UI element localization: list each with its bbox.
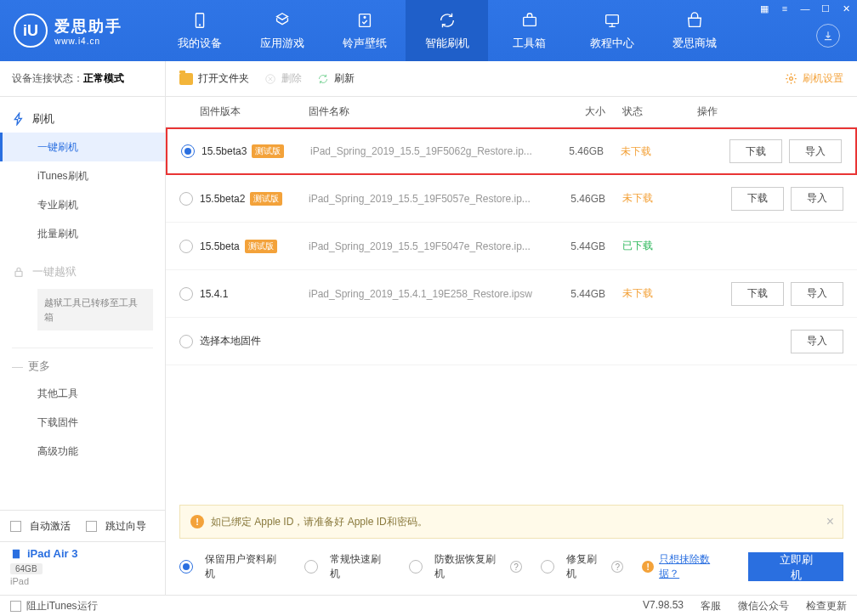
open-folder-button[interactable]: 打开文件夹 (179, 71, 249, 86)
device-icon (190, 10, 210, 31)
help-icon[interactable]: ? (611, 561, 623, 573)
svg-rect-5 (605, 15, 618, 24)
import-button[interactable]: 导入 (791, 282, 843, 306)
download-button[interactable]: 下载 (729, 139, 782, 163)
flash-option[interactable]: 修复刷机? (541, 552, 623, 581)
firmware-status: 已下载 (622, 239, 690, 253)
help-icon[interactable]: ? (510, 561, 522, 573)
import-button[interactable]: 导入 (789, 139, 842, 163)
sidebar-item[interactable]: 批量刷机 (0, 219, 165, 248)
lock-icon (12, 265, 26, 279)
firmware-row[interactable]: 15.5beta测试版 iPad_Spring_2019_15.5_19F504… (166, 223, 857, 270)
block-itunes-checkbox[interactable] (10, 601, 21, 612)
import-button[interactable]: 导入 (791, 330, 843, 353)
refresh-button[interactable]: 刷新 (317, 71, 355, 86)
nav-toolbox[interactable]: 工具箱 (488, 0, 570, 61)
warning-icon: ! (190, 515, 204, 528)
jailbreak-note: 越狱工具已转移至工具箱 (37, 289, 153, 331)
list-icon[interactable]: ≡ (779, 3, 791, 14)
svg-rect-4 (523, 17, 536, 25)
minimize-button[interactable]: — (799, 3, 811, 14)
firmware-size: 5.44GB (554, 288, 622, 300)
customer-service-link[interactable]: 客服 (701, 599, 721, 613)
nav-apps[interactable]: 应用游戏 (241, 0, 323, 61)
option-radio[interactable] (409, 560, 423, 574)
flash-now-button[interactable]: 立即刷机 (748, 552, 843, 581)
grid-icon[interactable]: ▦ (758, 3, 770, 14)
option-radio[interactable] (541, 560, 554, 574)
close-button[interactable]: ✕ (840, 3, 852, 14)
check-update-link[interactable]: 检查更新 (806, 599, 847, 613)
toolbox-icon (519, 10, 540, 31)
table-header: 固件版本 固件名称 大小 状态 操作 (166, 97, 857, 127)
col-ops: 操作 (690, 105, 843, 119)
beta-badge: 测试版 (245, 240, 277, 253)
gear-icon (785, 72, 797, 85)
flash-option[interactable]: 常规快速刷机 (304, 552, 390, 581)
import-button[interactable]: 导入 (791, 187, 843, 211)
download-button[interactable]: 下载 (731, 282, 784, 306)
nav-tutorial[interactable]: 教程中心 (570, 0, 653, 61)
local-firmware-row[interactable]: 选择本地固件 导入 (166, 318, 857, 365)
maximize-button[interactable]: ☐ (820, 3, 831, 14)
side-more[interactable]: —更多 (0, 353, 165, 379)
beta-badge: 测试版 (250, 192, 282, 206)
flash-option[interactable]: 防数据恢复刷机? (409, 552, 522, 581)
firmware-radio[interactable] (179, 287, 193, 301)
device-name[interactable]: iPad Air 3 (10, 547, 155, 560)
col-version: 固件版本 (200, 105, 309, 119)
firmware-name: iPad_Spring_2019_15.5_19F5057e_Restore.i… (309, 193, 554, 205)
firmware-radio[interactable] (179, 240, 193, 253)
delete-button[interactable]: 删除 (264, 71, 302, 86)
nav-device[interactable]: 我的设备 (158, 0, 241, 61)
firmware-size: 5.46GB (554, 193, 622, 205)
storage-badge: 64GB (10, 563, 43, 574)
flash-option[interactable]: 保留用户资料刷机 (179, 552, 286, 581)
download-button[interactable]: 下载 (731, 187, 784, 211)
firmware-size: 5.44GB (554, 240, 622, 252)
main-content: 打开文件夹 删除 刷新 刷机设置 固件版本 固件名称 大小 状态 操作 15. (166, 61, 857, 595)
firmware-radio[interactable] (179, 192, 193, 206)
nav-wall[interactable]: 铃声壁纸 (323, 0, 406, 61)
app-url: www.i4.cn (54, 37, 122, 46)
flash-icon (12, 112, 26, 126)
block-itunes-row: 阻止iTunes运行 (10, 599, 98, 613)
sidebar-item[interactable]: iTunes刷机 (0, 161, 165, 190)
firmware-ops: 下载 导入 (689, 139, 842, 163)
firmware-name: iPad_Spring_2019_15.5_19F5047e_Restore.i… (309, 240, 554, 252)
firmware-row[interactable]: 15.4.1 iPad_Spring_2019_15.4.1_19E258_Re… (166, 270, 857, 318)
logo-mark-icon: iU (14, 14, 48, 48)
firmware-row[interactable]: 15.5beta3测试版 iPad_Spring_2019_15.5_19F50… (166, 127, 857, 175)
option-radio[interactable] (179, 560, 193, 574)
sidebar-item[interactable]: 下载固件 (0, 408, 165, 437)
wechat-link[interactable]: 微信公众号 (738, 599, 789, 613)
svg-point-1 (199, 25, 200, 25)
version-label: V7.98.53 (643, 599, 684, 613)
firmware-row[interactable]: 15.5beta2测试版 iPad_Spring_2019_15.5_19F50… (166, 175, 857, 223)
device-info: iPad Air 3 64GB iPad (0, 541, 165, 595)
option-radio[interactable] (304, 560, 318, 574)
connection-status: 设备连接状态：正常模式 (0, 61, 165, 97)
nav-store[interactable]: 爱思商城 (653, 0, 735, 61)
notice-close-button[interactable]: × (826, 514, 834, 529)
sidebar-item[interactable]: 一键刷机 (0, 133, 165, 161)
skip-guide-checkbox[interactable] (86, 521, 97, 532)
auto-activate-checkbox[interactable] (10, 521, 21, 532)
nav-flash[interactable]: 智能刷机 (406, 0, 488, 61)
firmware-version: 15.5beta2测试版 (200, 192, 309, 206)
firmware-status: 未下载 (621, 144, 689, 159)
wall-icon (355, 10, 375, 31)
sidebar-item[interactable]: 高级功能 (0, 437, 165, 466)
svg-point-3 (364, 16, 366, 18)
erase-data-link[interactable]: 只想抹除数据？ (659, 552, 729, 581)
flash-settings-button[interactable]: 刷机设置 (785, 71, 843, 86)
tutorial-icon (602, 10, 622, 31)
firmware-version: 15.4.1 (200, 288, 309, 300)
sidebar-item[interactable]: 专业刷机 (0, 190, 165, 219)
sidebar-item[interactable]: 其他工具 (0, 379, 165, 408)
download-center-icon[interactable] (816, 24, 840, 48)
device-type: iPad (10, 576, 155, 586)
sidebar: 设备连接状态：正常模式 刷机一键刷机iTunes刷机专业刷机批量刷机一键越狱越狱… (0, 61, 166, 595)
firmware-radio[interactable] (181, 144, 195, 158)
firmware-radio[interactable] (179, 335, 193, 348)
